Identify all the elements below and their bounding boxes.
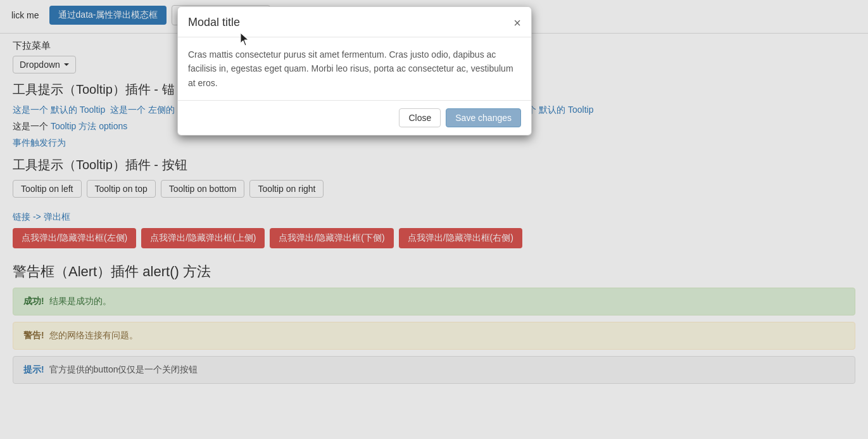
modal-body-text: Cras mattis consectetur purus sit amet f… [188,48,521,90]
modal-close-x-button[interactable]: × [513,16,521,29]
modal-dialog: Modal title × Cras mattis consectetur pu… [177,6,532,136]
modal-title: Modal title [188,16,240,29]
modal-save-button[interactable]: Save changes [446,108,521,127]
modal-close-button[interactable]: Close [399,108,441,127]
modal-header: Modal title × [178,7,531,37]
modal-footer: Close Save changes [178,100,531,135]
modal-body: Cras mattis consectetur purus sit amet f… [178,37,531,100]
